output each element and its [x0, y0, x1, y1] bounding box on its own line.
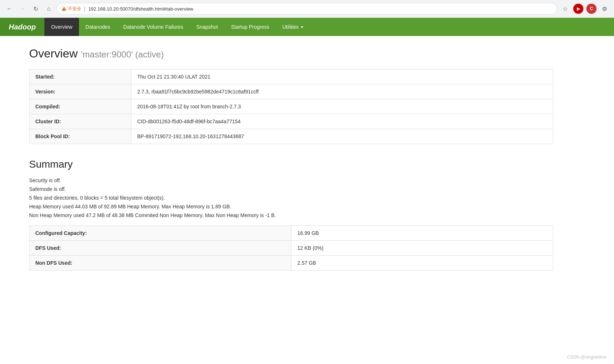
row-label: Block Pool ID:	[29, 129, 131, 144]
summary-line: Security is off.	[29, 177, 553, 183]
nav-item-snapshot[interactable]: Snapshot	[190, 18, 225, 36]
row-label: Cluster ID:	[29, 114, 131, 129]
table-row: DFS Used: 12 KB (0%)	[29, 241, 553, 256]
table-row: Block Pool ID: BP-891719072-192.168.10.2…	[29, 129, 553, 144]
hadoop-brand[interactable]: Hadoop	[0, 18, 44, 36]
security-warning: ! 不安全	[62, 6, 81, 12]
overview-heading: Overview 'master:9000' (active)	[29, 47, 553, 60]
dropdown-caret: ▼	[300, 25, 304, 29]
back-button[interactable]: ←	[4, 4, 15, 14]
summary-line: Heap Memory used 44.03 MB of 92.89 MB He…	[29, 204, 553, 209]
nav-items: Overview Datanodes Datanode Volume Failu…	[44, 18, 310, 36]
toolbar-icons: ☆ ▶ C ⚙	[560, 4, 610, 14]
row-value: 2.57 GB	[292, 256, 553, 271]
reload-button[interactable]: ↻	[31, 4, 41, 14]
row-label: Non DFS Used:	[29, 256, 292, 271]
row-label: Started:	[29, 69, 131, 84]
summary-line: Safemode is off.	[29, 186, 553, 192]
row-value: 16.99 GB	[292, 226, 553, 241]
nav-item-startup-progress[interactable]: Startup Progress	[225, 18, 276, 36]
youtube-icon[interactable]: ▶	[573, 4, 583, 14]
main-content: Overview 'master:9000' (active) Started:…	[0, 36, 582, 281]
summary-line: Non Heap Memory used 47.2 MB of 48.38 MB…	[29, 212, 553, 218]
row-value: 2.7.3, rbaa91f7c6bc9cb92be5982de4719c1c8…	[131, 84, 553, 99]
summary-line: 5 files and directories, 0 blocks = 5 to…	[29, 195, 553, 201]
row-value: CID-db001263-f5d0-48df-896f-bc7aa4a77154	[131, 114, 553, 129]
nav-item-overview[interactable]: Overview	[44, 18, 79, 36]
address-bar[interactable]: ! 不安全 | 192.168.10.20:50070/dfshealth.ht…	[57, 3, 557, 15]
home-button[interactable]: ⌂	[44, 4, 54, 14]
row-label: DFS Used:	[29, 241, 292, 256]
data-table: Configured Capacity: 16.99 GB DFS Used: …	[29, 225, 553, 271]
table-row: Cluster ID: CID-db001263-f5d0-48df-896f-…	[29, 114, 553, 129]
table-row: Compiled: 2016-08-18T01:41Z by root from…	[29, 99, 553, 114]
svg-text:!: !	[64, 8, 64, 11]
star-icon[interactable]: ☆	[560, 4, 570, 14]
table-row: Started: Thu Oct 21 21:30:40 ULAT 2021	[29, 69, 553, 84]
row-value: Thu Oct 21 21:30:40 ULAT 2021	[131, 69, 553, 84]
table-row: Configured Capacity: 16.99 GB	[29, 226, 553, 241]
overview-host: 'master:9000' (active)	[81, 49, 164, 59]
table-row: Non DFS Used: 2.57 GB	[29, 256, 553, 271]
forward-button[interactable]: →	[17, 4, 28, 14]
row-label: Configured Capacity:	[29, 226, 292, 241]
summary-heading: Summary	[29, 159, 553, 170]
settings-icon[interactable]: ⚙	[599, 4, 610, 14]
hadoop-nav: Hadoop Overview Datanodes Datanode Volum…	[0, 18, 614, 36]
info-table: Started: Thu Oct 21 21:30:40 ULAT 2021 V…	[29, 69, 553, 144]
row-label: Version:	[29, 84, 131, 99]
table-row: Version: 2.7.3, rbaa91f7c6bc9cb92be5982d…	[29, 84, 553, 99]
row-value: 2016-08-18T01:41Z by root from branch-2.…	[131, 99, 553, 114]
browser-toolbar: ← → ↻ ⌂ ! 不安全 | 192.168.10.20:50070/dfsh…	[0, 0, 614, 17]
security-label: 不安全	[68, 6, 81, 12]
row-value: 12 KB (0%)	[292, 241, 553, 256]
nav-item-datanode-volume-failures[interactable]: Datanode Volume Failures	[117, 18, 190, 36]
nav-item-utilities[interactable]: Utilities ▼	[276, 18, 310, 36]
browser-chrome: ← → ↻ ⌂ ! 不安全 | 192.168.10.20:50070/dfsh…	[0, 0, 614, 18]
csdn-icon[interactable]: C	[586, 4, 597, 14]
row-value: BP-891719072-192.168.10.20-1631278443687	[131, 129, 553, 144]
url-separator: |	[84, 6, 86, 12]
nav-item-datanodes[interactable]: Datanodes	[79, 18, 117, 36]
summary-section: Security is off.Safemode is off.5 files …	[29, 177, 553, 218]
row-label: Compiled:	[29, 99, 131, 114]
url-text: 192.168.10.20:50070/dfshealth.html#tab-o…	[88, 6, 193, 12]
